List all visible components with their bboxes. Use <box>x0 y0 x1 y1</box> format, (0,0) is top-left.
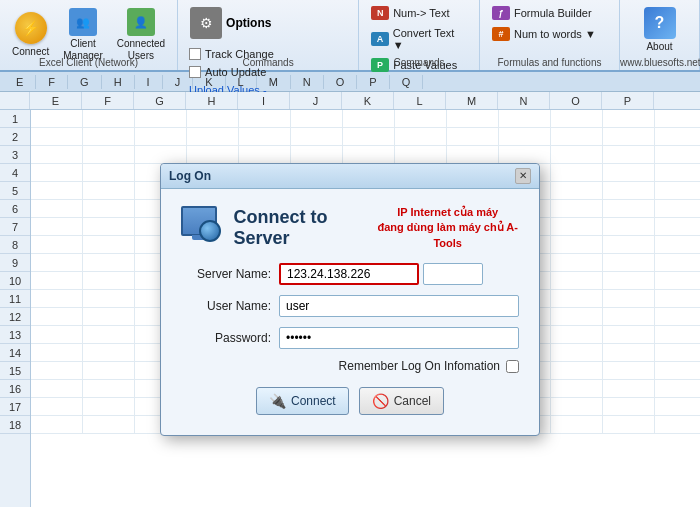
connect-dialog-button[interactable]: 🔌 Connect <box>256 387 349 415</box>
dialog-buttons: 🔌 Connect 🚫 Cancel <box>181 387 519 419</box>
convert-text-icon: A <box>371 32 389 46</box>
server-name-extra-input[interactable] <box>423 263 483 285</box>
options-icon: ⚙ <box>190 7 222 39</box>
connect-button[interactable]: ⚡ Connect <box>6 6 55 64</box>
logon-dialog: Log On ✕ Connect to Server IP Internet c… <box>160 163 540 436</box>
excel-client-section: ⚡ Connect 👥 ClientManager 👤 ConnectedUse… <box>0 0 178 70</box>
commands-label: Commands <box>359 57 479 68</box>
connect-icon: ⚡ <box>15 12 47 44</box>
server-name-input[interactable] <box>279 263 419 285</box>
subtitle-line1: IP Internet của máy <box>397 206 498 218</box>
dialog-title-bar: Log On ✕ <box>161 164 539 189</box>
password-row: Password: <box>181 327 519 349</box>
connect-btn-label: Connect <box>291 394 336 408</box>
dialog-title: Log On <box>169 169 211 183</box>
remember-row: Remember Log On Infomation <box>181 359 519 373</box>
about-label: About <box>646 41 672 53</box>
globe-shape <box>199 220 221 242</box>
formulas-label: Formulas and functions <box>480 57 619 68</box>
formula-builder-label: Formula Builder <box>514 7 592 19</box>
tab-h[interactable]: H <box>102 75 135 89</box>
num-to-words-label: Num to words ▼ <box>514 28 596 40</box>
cancel-btn-icon: 🚫 <box>372 393 389 409</box>
about-section: ? About www.bluesofts.net <box>620 0 700 70</box>
server-name-label: Server Name: <box>181 267 271 281</box>
password-label: Password: <box>181 331 271 345</box>
num-text-button[interactable]: N Num-> Text <box>365 4 455 22</box>
cancel-dialog-button[interactable]: 🚫 Cancel <box>359 387 444 415</box>
user-name-row: User Name: <box>181 295 519 317</box>
tab-q[interactable]: Q <box>390 75 424 89</box>
formula-builder-icon: ƒ <box>492 6 510 20</box>
excel-client-label: Excel Client (Network) <box>0 57 177 68</box>
server-name-row: Server Name: <box>181 263 519 285</box>
client-manager-button[interactable]: 👥 ClientManager <box>57 6 108 64</box>
options-section: ⚙ Options Track Change Auto Update Uploa… <box>178 0 359 70</box>
main-area: E F G H I J K L M N O P 1 2 3 4 5 6 7 8 … <box>0 92 700 507</box>
about-section-label: www.bluesofts.net <box>620 57 699 68</box>
connected-users-button[interactable]: 👤 ConnectedUsers <box>111 6 171 64</box>
num-text-label: Num-> Text <box>393 7 449 19</box>
dialog-overlay: Log On ✕ Connect to Server IP Internet c… <box>0 92 700 507</box>
user-name-label: User Name: <box>181 299 271 313</box>
num-text-icon: N <box>371 6 389 20</box>
convert-text-button[interactable]: A Convert Text ▼ <box>365 25 473 53</box>
tab-g[interactable]: G <box>68 75 102 89</box>
dialog-subtitle: IP Internet của máy đang dùng làm máy ch… <box>376 205 519 251</box>
about-button[interactable]: ? About <box>638 4 682 56</box>
server-name-input-group <box>279 263 519 285</box>
connect-btn-icon: 🔌 <box>269 393 286 409</box>
commands-section: N Num-> Text A Convert Text ▼ P Paste Va… <box>359 0 480 70</box>
tab-p[interactable]: P <box>357 75 389 89</box>
connected-users-icon: 👤 <box>125 8 157 36</box>
cancel-btn-label: Cancel <box>394 394 431 408</box>
options-label: Options <box>226 16 271 30</box>
num-to-words-button[interactable]: # Num to words ▼ <box>486 25 602 43</box>
tab-i[interactable]: I <box>135 75 163 89</box>
options-button[interactable]: ⚙ Options <box>184 4 277 42</box>
remember-label-container[interactable]: Remember Log On Infomation <box>339 359 519 373</box>
password-input[interactable] <box>279 327 519 349</box>
about-icon: ? <box>644 7 676 39</box>
remember-checkbox[interactable] <box>506 360 519 373</box>
num-to-words-icon: # <box>492 27 510 41</box>
dialog-close-button[interactable]: ✕ <box>515 168 531 184</box>
options-section-label: Commands <box>178 57 358 68</box>
remember-text: Remember Log On Infomation <box>339 359 500 373</box>
dialog-header: Connect to Server IP Internet của máy đa… <box>181 205 519 251</box>
user-name-input[interactable] <box>279 295 519 317</box>
dialog-body: Connect to Server IP Internet của máy đa… <box>161 189 539 435</box>
formulas-section: ƒ Formula Builder # Num to words ▼ Formu… <box>480 0 620 70</box>
tab-f[interactable]: F <box>36 75 68 89</box>
client-manager-icon: 👥 <box>67 8 99 36</box>
subtitle-line2: đang dùng làm máy chủ A-Tools <box>377 221 517 248</box>
formula-builder-button[interactable]: ƒ Formula Builder <box>486 4 598 22</box>
server-icon <box>181 206 222 250</box>
tab-e[interactable]: E <box>4 75 36 89</box>
convert-text-label: Convert Text ▼ <box>393 27 467 51</box>
dialog-heading-area: Connect to Server <box>234 207 365 249</box>
dialog-heading: Connect to Server <box>234 207 365 249</box>
ribbon: ⚡ Connect 👥 ClientManager 👤 ConnectedUse… <box>0 0 700 72</box>
